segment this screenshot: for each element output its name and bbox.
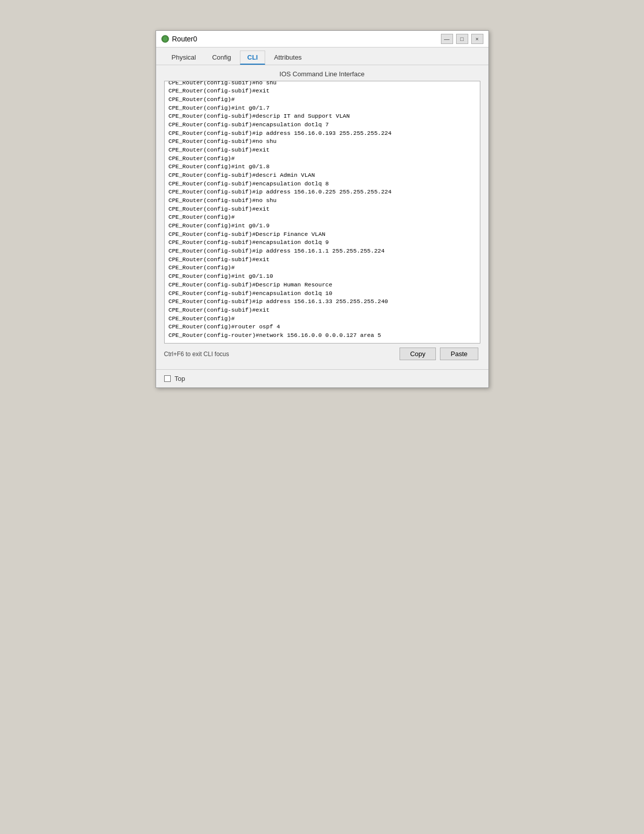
- paste-button[interactable]: Paste: [440, 348, 478, 360]
- top-label: Top: [175, 375, 185, 382]
- cli-line: CPE_Router(config-subif)#exit: [169, 205, 476, 214]
- cli-controls: Ctrl+F6 to exit CLI focus Copy Paste: [164, 344, 480, 364]
- cli-line: CPE_Router(config)#int g0/1.9: [169, 222, 476, 230]
- cli-line: CPE_Router(config-subif)#descri Admin VL…: [169, 171, 476, 180]
- tab-config[interactable]: Config: [205, 51, 239, 65]
- cli-line: CPE_Router(config-subif)#ip address 156.…: [169, 129, 476, 138]
- cli-line: CPE_Router(config-subif)#no shu: [169, 137, 476, 146]
- cli-line: CPE_Router(config-subif)#ip address 156.…: [169, 188, 476, 197]
- cli-line: CPE_Router(config)#: [169, 155, 476, 163]
- router-window: Router0 — □ × Physical Config CLI Attrib…: [156, 30, 489, 388]
- cli-line: CPE_Router(config)#: [169, 315, 476, 323]
- cli-line: CPE_Router(config)#int g0/1.10: [169, 272, 476, 281]
- cli-buttons: Copy Paste: [400, 348, 478, 360]
- section-title: IOS Command Line Interface: [164, 70, 480, 78]
- cli-line: CPE_Router(config-subif)#encapsulation d…: [169, 289, 476, 298]
- cli-line: CPE_Router(config-subif)#ip address 156.…: [169, 247, 476, 256]
- cli-line: CPE_Router(config-subif)#encapsulation d…: [169, 238, 476, 247]
- cli-line: CPE_Router(config-subif)#encapsulation d…: [169, 121, 476, 129]
- cli-line: CPE_Router(config-subif)#no shu: [169, 81, 476, 87]
- cli-line: CPE_Router(config-subif)#Descrip Human R…: [169, 281, 476, 289]
- cli-line: CPE_Router(config)#: [169, 213, 476, 222]
- bottom-bar: Top: [156, 369, 488, 387]
- cli-line: CPE_Router(config-subif)#exit: [169, 256, 476, 264]
- main-content: IOS Command Line Interface CPE_Router(co…: [156, 65, 488, 369]
- cli-line: CPE_Router(config-router)#network 156.16…: [169, 331, 476, 340]
- cli-line: CPE_Router(config-subif)#descrip IT and …: [169, 112, 476, 121]
- cli-line: CPE_Router(config-subif)#exit: [169, 87, 476, 95]
- cli-line: CPE_Router(config)#: [169, 264, 476, 272]
- tab-attributes[interactable]: Attributes: [266, 51, 309, 65]
- close-button[interactable]: ×: [471, 34, 483, 44]
- cli-hint: Ctrl+F6 to exit CLI focus: [164, 351, 229, 358]
- cli-line: CPE_Router(config)#router ospf 4: [169, 323, 476, 331]
- title-bar-left: Router0: [161, 35, 197, 43]
- cli-line: CPE_Router(config-subif)#no shu: [169, 197, 476, 205]
- cli-line: CPE_Router(config)#: [169, 95, 476, 104]
- maximize-button[interactable]: □: [456, 34, 468, 44]
- cli-terminal[interactable]: CPE_Router(config-subif)#no shutCPE_Rout…: [164, 81, 480, 344]
- cli-line: CPE_Router(config)#int g0/1.8: [169, 163, 476, 171]
- title-bar-controls: — □ ×: [441, 34, 483, 44]
- cli-line: CPE_Router(config-subif)#encapsulation d…: [169, 180, 476, 188]
- top-checkbox[interactable]: [164, 375, 171, 382]
- router-icon: [161, 35, 169, 43]
- minimize-button[interactable]: —: [441, 34, 453, 44]
- tab-cli[interactable]: CLI: [240, 51, 266, 65]
- cli-line: CPE_Router(config-subif)#ip address 156.…: [169, 298, 476, 306]
- window-title: Router0: [172, 35, 197, 43]
- cli-line: CPE_Router(config)#int g0/1.7: [169, 104, 476, 113]
- cli-line: CPE_Router(config-subif)#Descrip Finance…: [169, 230, 476, 239]
- tab-bar: Physical Config CLI Attributes: [156, 47, 488, 65]
- cli-line: CPE_Router(config-subif)#exit: [169, 146, 476, 155]
- cli-line: CPE_Router(config-subif)#exit: [169, 306, 476, 315]
- copy-button[interactable]: Copy: [400, 348, 436, 360]
- tab-physical[interactable]: Physical: [164, 51, 204, 65]
- title-bar: Router0 — □ ×: [156, 31, 488, 47]
